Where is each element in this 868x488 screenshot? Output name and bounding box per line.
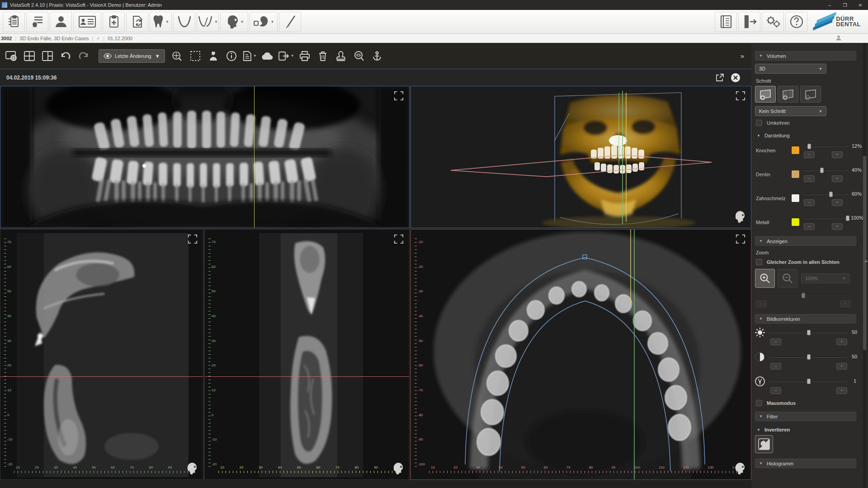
dentin-plus-stepper[interactable]: + [832,175,843,182]
umkehren-checkbox[interactable] [756,120,762,126]
knochen-slider[interactable] [804,143,849,150]
clip-selection-dropdown[interactable]: Kein Schnitt▼ [755,106,826,116]
zoom-out-button[interactable] [778,269,797,288]
ceph-view-button[interactable]: ▼ [250,12,278,32]
delete-button[interactable] [315,47,330,65]
layout-grid-button[interactable] [22,47,37,65]
panoramic-crosshair-line[interactable] [254,86,255,228]
panel-scrollbar-thumb[interactable] [863,156,866,350]
skull-view-button[interactable]: ▼ [220,12,248,32]
close-study-icon[interactable] [731,73,741,83]
viewport-sagittal[interactable]: 706050403020100-10-20 102030405060708090… [0,229,203,480]
logout-button[interactable] [738,12,760,32]
gamma-minus-stepper[interactable]: – [770,387,781,394]
help-button[interactable] [785,12,807,32]
section-filter[interactable]: ▼ Filter [755,412,856,421]
image-import-button[interactable] [126,12,148,32]
viewport-3d-volume[interactable] [410,86,751,228]
cloud-button[interactable] [260,47,275,65]
section-volumen[interactable]: ▼ Volumen [755,51,856,61]
undo-button[interactable] [58,47,73,65]
volume-mode-dropdown[interactable]: 3D▼ [755,64,826,74]
brightness-minus-stepper[interactable]: – [770,338,781,345]
minimize-button[interactable]: – [822,0,837,10]
open-external-icon[interactable] [715,73,724,82]
section-darstellung[interactable]: ▼Darstellung [757,133,790,138]
patient-search-button[interactable] [26,12,48,32]
viewport-cross-section[interactable]: 706050403020100-10-20 102030405060708090… [204,229,410,480]
print-button[interactable] [297,47,312,65]
export-button[interactable]: ▼ [278,47,294,65]
panel-scrollbar[interactable] [863,43,866,488]
intraoral-button[interactable] [279,12,301,32]
close-button[interactable]: ✕ [853,0,868,10]
report-button[interactable]: ▼ [242,47,257,65]
brightness-plus-stepper[interactable]: + [836,338,847,345]
metall-minus-stepper[interactable]: – [804,223,815,230]
redo-button[interactable] [76,47,91,65]
knochen-plus-stepper[interactable]: + [832,151,843,158]
zahnschmelz-slider[interactable] [804,191,849,197]
contrast-slider[interactable] [770,354,847,360]
zoom-plus-stepper[interactable]: + [840,300,851,307]
new-job-button[interactable] [103,12,125,32]
dentin-color-swatch[interactable] [791,170,800,178]
section-anzeigen[interactable]: ▼ Anzeigen [755,236,856,246]
center-button[interactable] [369,47,385,65]
sagittal-orientation-head-icon[interactable] [186,462,198,475]
panel-collapse-arrow[interactable]: ► [864,259,868,263]
snapshot-view-button[interactable] [4,47,19,65]
volume-fullscreen-icon[interactable] [736,91,745,101]
axial-fullscreen-icon[interactable] [736,234,745,244]
worklist-button[interactable] [3,12,25,32]
section-histogramm[interactable]: ▼ Histogramm [755,459,856,468]
cross-section-fullscreen-icon[interactable] [394,234,404,244]
volume-orientation-head-icon[interactable] [734,211,745,223]
contrast-minus-stepper[interactable]: – [770,363,781,370]
toolbar-overflow-button[interactable]: » [741,52,744,60]
knochen-minus-stepper[interactable]: – [804,151,815,158]
same-zoom-checkbox[interactable] [756,259,762,265]
export-caret[interactable]: ▼ [291,54,294,58]
dentin-minus-stepper[interactable]: – [804,175,815,182]
maximize-button[interactable]: ❐ [837,0,853,10]
zahnschmelz-color-swatch[interactable] [791,194,800,202]
metall-slider[interactable] [804,215,849,221]
brightness-slider[interactable] [770,329,847,336]
clip-mode-half-button[interactable] [778,86,798,103]
skull-dropdown-caret[interactable]: ▼ [241,20,244,24]
clip-mode-outline-button[interactable] [800,86,821,103]
viewport-panoramic[interactable] [0,86,410,228]
patient-id[interactable]: 3002 [1,36,12,41]
cross-section-orientation-head-icon[interactable] [392,462,404,475]
annotation-button[interactable] [206,47,221,65]
metall-color-swatch[interactable] [791,218,800,226]
loupe-button[interactable] [351,47,367,65]
clip-mode-full-button[interactable] [755,86,776,103]
gamma-plus-stepper[interactable]: + [836,387,847,394]
zoom-slider[interactable] [756,292,851,299]
marquee-select-button[interactable] [188,47,203,65]
patient-button[interactable] [50,12,72,32]
layout-split-button[interactable] [40,47,55,65]
zoom-in-button[interactable] [755,269,775,288]
view-finder-button[interactable] [170,47,185,65]
tooth-dropdown-caret[interactable]: ▼ [165,20,169,24]
contrast-plus-stepper[interactable]: + [836,363,847,370]
mausmodus-checkbox[interactable] [756,400,762,406]
panorama-dropdown-caret[interactable]: ▼ [214,20,218,24]
sagittal-axial-reference-line[interactable] [0,376,203,377]
dentin-slider[interactable] [804,167,849,174]
knochen-color-swatch[interactable] [791,146,800,155]
last-change-dropdown[interactable]: Letzte Änderung ▼ [99,49,165,63]
gamma-slider[interactable] [770,378,847,385]
panorama-button[interactable] [173,12,195,32]
cross-section-axial-reference-line[interactable] [205,376,410,377]
panorama-section-button[interactable]: ▼ [197,12,219,32]
info-button[interactable] [224,47,239,65]
patient-record-button[interactable] [73,12,101,32]
approve-button[interactable] [333,47,349,65]
viewport-axial[interactable]: -10-20-30-40-50-60-70-80-90-100 10203040… [410,229,751,480]
metall-plus-stepper[interactable]: + [832,223,843,230]
settings-button[interactable] [762,12,784,32]
